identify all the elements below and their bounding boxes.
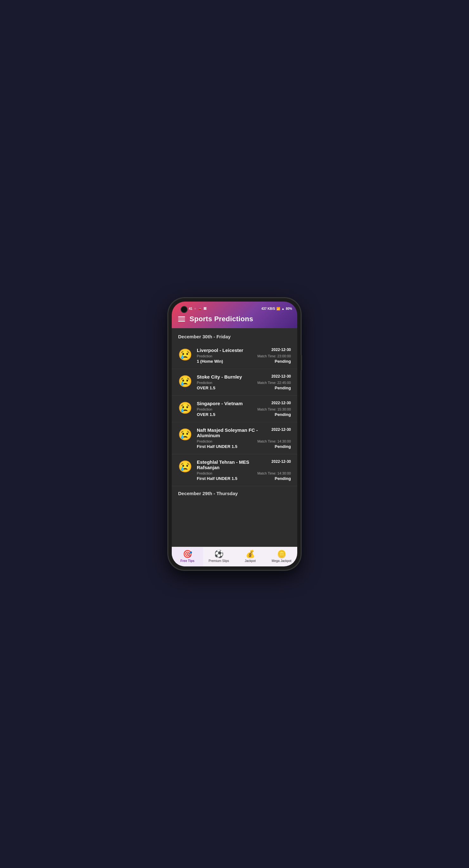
nav-label-mega-jackpot: Mega Jackpot (271, 559, 291, 563)
status-time: 41 (189, 307, 192, 310)
app-title: Sports Predictions (189, 315, 253, 323)
match-emoji-4: 😢 (178, 460, 192, 473)
match-details-4: Esteghlal Tehran - MES Rafsanjan 2022-12… (197, 459, 291, 481)
nav-item-free-tips[interactable]: 🎯 Free Tips (172, 547, 203, 566)
nav-item-premium-slips[interactable]: ⚽ Premium Slips (203, 547, 235, 566)
match-top-row-1: Stoke City - Burnley 2022-12-30 (197, 374, 291, 379)
match-prediction-value-2: OVER 1.5 (197, 412, 215, 417)
signal-icon: ▲ (282, 307, 285, 310)
match-prediction-value-1: OVER 1.5 (197, 385, 215, 390)
match-teams-1: Stoke City - Burnley (197, 374, 271, 379)
match-item-4[interactable]: 😢 Esteghlal Tehran - MES Rafsanjan 2022-… (172, 454, 297, 486)
nav-item-mega-jackpot[interactable]: 🪙 Mega Jackpot (266, 547, 297, 566)
match-status-4: Pending (275, 476, 291, 481)
match-emoji-1: 😢 (178, 375, 192, 388)
match-top-row-2: Singapore - Vietnam 2022-12-30 (197, 401, 291, 406)
match-teams-2: Singapore - Vietnam (197, 401, 271, 406)
notification-car: 🚗 (198, 307, 202, 310)
free-tips-icon: 🎯 (183, 550, 192, 558)
phone-screen: 41 ○ 🚗 🖼 437 KB/S 📶 ▲ 80% Sports Predict… (172, 302, 297, 566)
match-date-3: 2022-12-30 (271, 427, 291, 432)
main-content: December 30th - Friday 😢 Liverpool - Lei… (172, 328, 297, 547)
match-top-row-0: Liverpool - Leicester 2022-12-30 (197, 347, 291, 353)
next-section-preview: December 29th - Thursday (172, 486, 297, 500)
bottom-nav: 🎯 Free Tips ⚽ Premium Slips 💰 Jackpot 🪙 … (172, 547, 297, 566)
match-bottom-row-2: OVER 1.5 Pending (197, 412, 291, 417)
nav-label-free-tips: Free Tips (180, 559, 194, 563)
wifi-icon: 📶 (276, 307, 280, 310)
match-status-3: Pending (275, 444, 291, 449)
notification-image: 🖼 (203, 307, 206, 310)
match-details-0: Liverpool - Leicester 2022-12-30 Predict… (197, 347, 291, 364)
match-emoji-0: 😢 (178, 348, 192, 362)
match-mid-row-1: Prediction Match Time: 22:45:00 (197, 381, 291, 384)
match-status-2: Pending (275, 412, 291, 417)
status-right: 437 KB/S 📶 ▲ 80% (261, 307, 292, 310)
match-date-2: 2022-12-30 (271, 401, 291, 405)
match-date-0: 2022-12-30 (271, 347, 291, 352)
match-teams-0: Liverpool - Leicester (197, 347, 271, 353)
notification-circle: ○ (194, 307, 196, 310)
battery-level: 80% (286, 307, 292, 310)
network-speed: 437 KB/S (261, 307, 275, 310)
match-time-label-2: Match Time: 15:30:00 (257, 407, 291, 411)
match-prediction-value-4: First Half UNDER 1.5 (197, 476, 237, 481)
match-details-1: Stoke City - Burnley 2022-12-30 Predicti… (197, 374, 291, 390)
match-bottom-row-3: First Half UNDER 1.5 Pending (197, 444, 291, 449)
match-item-3[interactable]: 😢 Naft Masjed Soleyman FC - Aluminum 202… (172, 422, 297, 454)
mega-jackpot-icon: 🪙 (277, 550, 287, 558)
match-mid-row-3: Prediction Match Time: 14:30:00 (197, 439, 291, 443)
match-item-0[interactable]: 😢 Liverpool - Leicester 2022-12-30 Predi… (172, 342, 297, 369)
match-date-1: 2022-12-30 (271, 374, 291, 378)
match-date-4: 2022-12-30 (271, 459, 291, 464)
match-details-3: Naft Masjed Soleyman FC - Aluminum 2022-… (197, 427, 291, 449)
premium-slips-icon: ⚽ (214, 550, 224, 558)
match-mid-row-2: Prediction Match Time: 15:30:00 (197, 407, 291, 411)
nav-label-premium-slips: Premium Slips (208, 559, 229, 563)
match-teams-3: Naft Masjed Soleyman FC - Aluminum (197, 427, 271, 438)
match-mid-row-4: Prediction Match Time: 14:30:00 (197, 471, 291, 475)
match-details-2: Singapore - Vietnam 2022-12-30 Predictio… (197, 401, 291, 417)
match-prediction-label-2: Prediction (197, 407, 212, 411)
hamburger-line-2 (178, 319, 185, 320)
match-emoji-2: 😢 (178, 401, 192, 415)
menu-button[interactable] (178, 316, 185, 321)
hamburger-line-1 (178, 316, 185, 317)
match-prediction-label-0: Prediction (197, 354, 212, 358)
jackpot-icon: 💰 (245, 550, 255, 558)
match-item-1[interactable]: 😢 Stoke City - Burnley 2022-12-30 Predic… (172, 369, 297, 396)
match-bottom-row-0: 1 (Home Win) Pending (197, 359, 291, 364)
nav-label-jackpot: Jackpot (245, 559, 256, 563)
match-time-label-3: Match Time: 14:30:00 (257, 439, 291, 443)
match-time-label-1: Match Time: 22:45:00 (257, 381, 291, 384)
match-emoji-3: 😢 (178, 428, 192, 441)
match-prediction-label-4: Prediction (197, 471, 212, 475)
match-status-1: Pending (275, 385, 291, 390)
match-prediction-label-1: Prediction (197, 381, 212, 384)
match-top-row-4: Esteghlal Tehran - MES Rafsanjan 2022-12… (197, 459, 291, 470)
match-top-row-3: Naft Masjed Soleyman FC - Aluminum 2022-… (197, 427, 291, 438)
nav-item-jackpot[interactable]: 💰 Jackpot (235, 547, 266, 566)
match-teams-4: Esteghlal Tehran - MES Rafsanjan (197, 459, 271, 470)
match-prediction-label-3: Prediction (197, 439, 212, 443)
match-mid-row-0: Prediction Match Time: 23:00:00 (197, 354, 291, 358)
status-left: 41 ○ 🚗 🖼 (189, 307, 206, 310)
status-bar: 41 ○ 🚗 🖼 437 KB/S 📶 ▲ 80% (172, 302, 297, 313)
match-prediction-value-3: First Half UNDER 1.5 (197, 444, 237, 449)
match-bottom-row-1: OVER 1.5 Pending (197, 385, 291, 390)
match-time-label-0: Match Time: 23:00:00 (257, 354, 291, 358)
hamburger-line-3 (178, 320, 185, 321)
match-time-label-4: Match Time: 14:30:00 (257, 471, 291, 475)
date-header: December 30th - Friday (172, 328, 297, 342)
match-item-2[interactable]: 😢 Singapore - Vietnam 2022-12-30 Predict… (172, 396, 297, 422)
match-bottom-row-4: First Half UNDER 1.5 Pending (197, 476, 291, 481)
match-status-0: Pending (275, 359, 291, 364)
match-prediction-value-0: 1 (Home Win) (197, 359, 223, 364)
phone-frame: 41 ○ 🚗 🖼 437 KB/S 📶 ▲ 80% Sports Predict… (168, 298, 301, 570)
